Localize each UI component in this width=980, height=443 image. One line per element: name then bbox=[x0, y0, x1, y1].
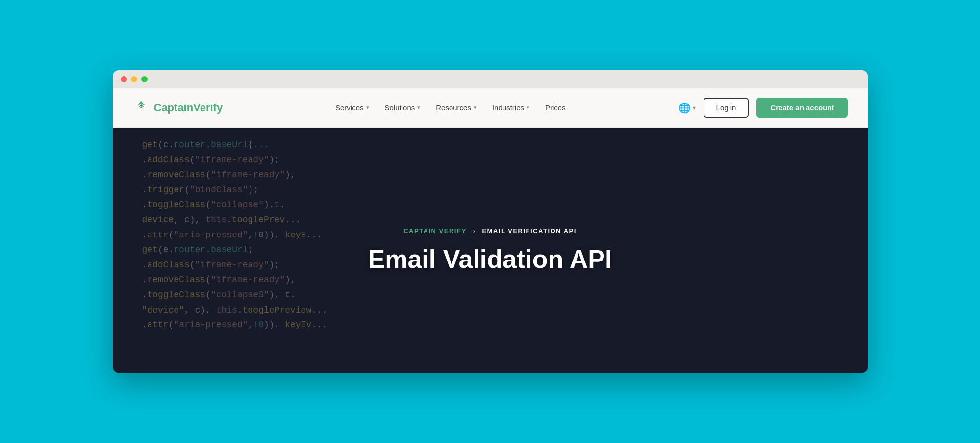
nav-item-services[interactable]: Services ▾ bbox=[335, 104, 369, 112]
page-title: Email Validation API bbox=[368, 244, 612, 274]
nav-link-prices[interactable]: Prices bbox=[545, 104, 566, 112]
browser-chrome bbox=[113, 70, 868, 88]
breadcrumb-current: EMAIL VERIFICATION API bbox=[482, 227, 576, 235]
nav-item-industries[interactable]: Industries ▾ bbox=[492, 104, 529, 112]
browser-window: CaptainVerify Services ▾ Solutions ▾ Res… bbox=[113, 70, 868, 373]
nav-label-industries: Industries bbox=[492, 104, 524, 112]
navbar: CaptainVerify Services ▾ Solutions ▾ Res… bbox=[113, 88, 868, 128]
language-button[interactable]: 🌐 ▾ bbox=[678, 102, 696, 114]
minimize-button[interactable] bbox=[131, 76, 137, 82]
maximize-button[interactable] bbox=[141, 76, 148, 82]
hero-content: CAPTAIN VERIFY › EMAIL VERIFICATION API … bbox=[368, 227, 612, 274]
nav-label-solutions: Solutions bbox=[385, 104, 415, 112]
nav-right: 🌐 ▾ Log in Create an account bbox=[678, 98, 848, 118]
chevron-down-icon: ▾ bbox=[366, 104, 369, 111]
nav-link-resources[interactable]: Resources ▾ bbox=[436, 104, 477, 112]
logo-text: CaptainVerify bbox=[154, 102, 223, 114]
chevron-down-icon: ▾ bbox=[474, 104, 477, 111]
chevron-down-icon: ▾ bbox=[693, 104, 696, 111]
nav-label-prices: Prices bbox=[545, 104, 566, 112]
globe-icon: 🌐 bbox=[678, 102, 691, 114]
nav-links: Services ▾ Solutions ▾ Resources ▾ Indus… bbox=[335, 104, 566, 112]
breadcrumb: CAPTAIN VERIFY › EMAIL VERIFICATION API bbox=[368, 227, 612, 235]
chevron-down-icon: ▾ bbox=[417, 104, 420, 111]
nav-link-solutions[interactable]: Solutions ▾ bbox=[385, 104, 421, 112]
logo-icon bbox=[132, 99, 150, 117]
nav-label-resources: Resources bbox=[436, 104, 471, 112]
logo[interactable]: CaptainVerify bbox=[132, 99, 223, 117]
logo-captain: Captain bbox=[154, 102, 194, 114]
create-account-button[interactable]: Create an account bbox=[756, 98, 848, 118]
login-button[interactable]: Log in bbox=[704, 98, 749, 118]
hero-section: get(c.router.baseUrl{... .addClass("ifra… bbox=[113, 128, 868, 373]
chevron-down-icon: ▾ bbox=[527, 104, 529, 111]
nav-link-services[interactable]: Services ▾ bbox=[335, 104, 369, 112]
close-button[interactable] bbox=[121, 76, 127, 82]
breadcrumb-home[interactable]: CAPTAIN VERIFY bbox=[403, 227, 466, 235]
nav-item-resources[interactable]: Resources ▾ bbox=[436, 104, 477, 112]
nav-link-industries[interactable]: Industries ▾ bbox=[492, 104, 529, 112]
nav-item-solutions[interactable]: Solutions ▾ bbox=[385, 104, 421, 112]
nav-item-prices[interactable]: Prices bbox=[545, 104, 566, 112]
logo-verify: Verify bbox=[193, 102, 223, 114]
nav-label-services: Services bbox=[335, 104, 364, 112]
breadcrumb-separator: › bbox=[473, 227, 476, 235]
